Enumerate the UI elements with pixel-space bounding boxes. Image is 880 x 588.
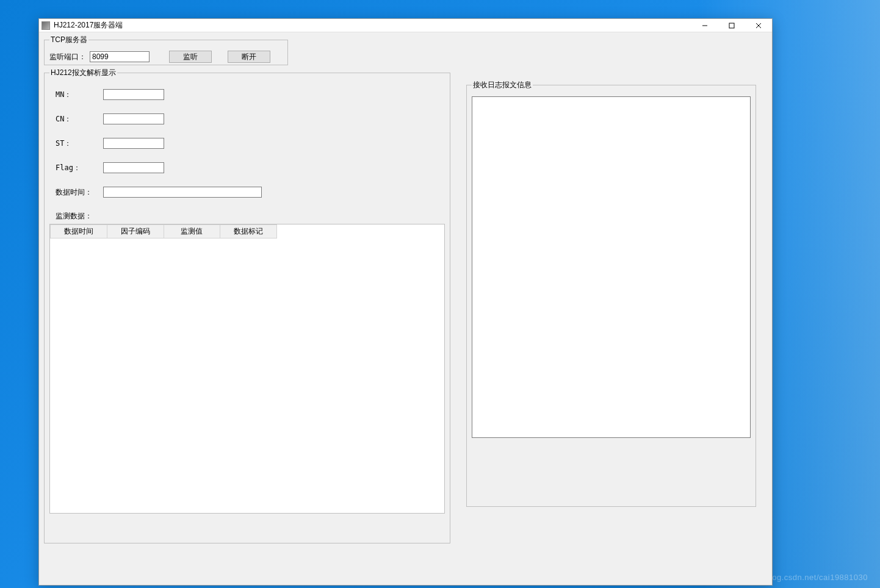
col-flag[interactable]: 数据标记 bbox=[220, 225, 277, 238]
client-area: TCP服务器 监听端口： 监听 断开 HJ212报文解析显示 MN： CN： S bbox=[39, 32, 772, 585]
st-input[interactable] bbox=[103, 138, 164, 149]
parse-legend: HJ212报文解析显示 bbox=[49, 68, 117, 78]
mn-input[interactable] bbox=[103, 89, 164, 100]
tcp-server-group: TCP服务器 监听端口： 监听 断开 bbox=[44, 35, 288, 65]
data-table: 数据时间 因子编码 监测值 数据标记 bbox=[50, 224, 277, 238]
log-textarea[interactable] bbox=[472, 96, 751, 438]
mn-label: MN： bbox=[56, 90, 103, 100]
flag-label: Flag： bbox=[56, 163, 103, 173]
monitor-data-label: 监测数据： bbox=[56, 211, 445, 221]
cn-row: CN： bbox=[56, 113, 445, 124]
listen-button[interactable]: 监听 bbox=[169, 51, 212, 63]
window-title: HJ212-2017服务器端 bbox=[54, 20, 123, 30]
maximize-icon bbox=[729, 23, 735, 29]
port-input[interactable] bbox=[90, 51, 150, 62]
col-value[interactable]: 监测值 bbox=[164, 225, 220, 238]
flag-row: Flag： bbox=[56, 162, 445, 173]
data-table-container[interactable]: 数据时间 因子编码 监测值 数据标记 bbox=[49, 224, 445, 514]
maximize-button[interactable] bbox=[718, 19, 745, 32]
svg-rect-1 bbox=[729, 23, 734, 28]
parse-display-group: HJ212报文解析显示 MN： CN： ST： Flag： 数据时间： 监 bbox=[44, 68, 450, 543]
app-window: HJ212-2017服务器端 TCP服务器 监听端口： 监听 断开 bbox=[38, 18, 773, 586]
st-row: ST： bbox=[56, 138, 445, 149]
st-label: ST： bbox=[56, 138, 103, 149]
flag-input[interactable] bbox=[103, 162, 164, 173]
table-header-row: 数据时间 因子编码 监测值 数据标记 bbox=[51, 225, 277, 238]
col-factorcode[interactable]: 因子编码 bbox=[107, 225, 164, 238]
titlebar[interactable]: HJ212-2017服务器端 bbox=[39, 19, 772, 32]
log-group: 接收日志报文信息 bbox=[466, 80, 756, 507]
app-icon bbox=[41, 21, 50, 30]
datatime-label: 数据时间： bbox=[56, 187, 103, 198]
close-button[interactable] bbox=[745, 19, 772, 32]
minimize-icon bbox=[702, 23, 708, 29]
mn-row: MN： bbox=[56, 89, 445, 100]
cn-input[interactable] bbox=[103, 113, 164, 124]
minimize-button[interactable] bbox=[691, 19, 718, 32]
tcp-row: 监听端口： 监听 断开 bbox=[49, 47, 270, 63]
tcp-legend: TCP服务器 bbox=[49, 35, 88, 45]
datatime-input[interactable] bbox=[103, 187, 262, 198]
log-legend: 接收日志报文信息 bbox=[472, 80, 533, 90]
window-controls bbox=[691, 19, 772, 32]
col-datatime[interactable]: 数据时间 bbox=[51, 225, 107, 238]
cn-label: CN： bbox=[56, 114, 103, 124]
datatime-row: 数据时间： bbox=[56, 187, 445, 198]
port-label: 监听端口： bbox=[49, 52, 86, 62]
close-icon bbox=[756, 23, 762, 29]
disconnect-button[interactable]: 断开 bbox=[228, 51, 270, 63]
